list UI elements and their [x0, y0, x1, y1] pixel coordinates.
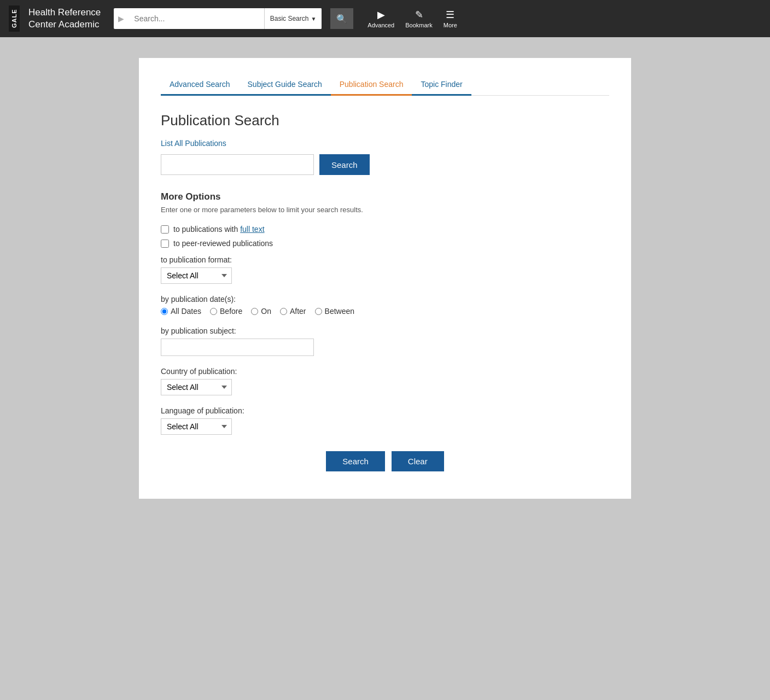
- pub-subject-label: by publication subject:: [161, 326, 609, 335]
- search-icon: 🔍: [336, 14, 347, 24]
- page-title: Publication Search: [161, 112, 609, 129]
- advanced-action[interactable]: ▶ Advanced: [368, 9, 394, 28]
- peer-reviewed-checkbox-row: to peer-reviewed publications: [161, 239, 609, 248]
- radio-between[interactable]: Between: [315, 307, 354, 316]
- radio-after[interactable]: After: [280, 307, 306, 316]
- hamburger-icon: ☰: [446, 9, 454, 21]
- radio-all-dates[interactable]: All Dates: [161, 307, 201, 316]
- publication-search-button[interactable]: Search: [319, 154, 370, 175]
- list-all-publications-link[interactable]: List All Publications: [161, 139, 609, 148]
- bottom-clear-button[interactable]: Clear: [392, 451, 444, 471]
- bottom-search-button[interactable]: Search: [326, 451, 385, 471]
- more-options-section: More Options Enter one or more parameter…: [161, 191, 609, 471]
- more-options-desc: Enter one or more parameters below to li…: [161, 206, 609, 214]
- language-select[interactable]: Select All: [161, 418, 232, 435]
- basic-search-dropdown[interactable]: Basic Search ▼: [265, 8, 322, 29]
- main-content: Advanced Search Subject Guide Search Pub…: [139, 58, 631, 499]
- full-text-label: to publications with full text: [173, 225, 265, 234]
- language-group: Language of publication: Select All: [161, 406, 609, 435]
- more-action[interactable]: ☰ More: [444, 9, 457, 28]
- global-search-button[interactable]: 🔍: [330, 8, 353, 29]
- global-search-bar: ▶ Basic Search ▼: [114, 8, 322, 29]
- header-actions: ▶ Advanced ✎ Bookmark ☰ More: [368, 9, 457, 28]
- tab-subject-guide-search[interactable]: Subject Guide Search: [239, 74, 331, 96]
- publication-format-group: to publication format: Select All: [161, 255, 609, 284]
- tab-publication-search[interactable]: Publication Search: [331, 74, 412, 96]
- publication-subject-group: by publication subject:: [161, 326, 609, 356]
- country-select[interactable]: Select All: [161, 379, 232, 395]
- publication-subject-input[interactable]: [161, 339, 314, 356]
- pub-date-label: by publication date(s):: [161, 295, 609, 304]
- pub-format-label: to publication format:: [161, 255, 609, 264]
- country-group: Country of publication: Select All: [161, 367, 609, 395]
- bottom-buttons: Search Clear: [161, 451, 609, 471]
- bookmark-icon: ✎: [415, 9, 423, 21]
- full-text-link[interactable]: full text: [240, 225, 264, 234]
- publication-search-input[interactable]: [161, 154, 314, 175]
- pub-format-select[interactable]: Select All: [161, 267, 232, 284]
- chevron-down-icon: ▼: [311, 16, 316, 22]
- date-radio-row: All Dates Before On After: [161, 307, 609, 316]
- tab-bar: Advanced Search Subject Guide Search Pub…: [161, 74, 609, 96]
- bookmark-action[interactable]: ✎ Bookmark: [405, 9, 433, 28]
- publication-search-row: Search: [161, 154, 609, 175]
- search-arrow: ▶: [114, 14, 129, 23]
- radio-on[interactable]: On: [251, 307, 271, 316]
- advanced-icon: ▶: [377, 9, 385, 21]
- country-label: Country of publication:: [161, 367, 609, 376]
- peer-reviewed-label: to peer-reviewed publications: [173, 239, 273, 248]
- language-label: Language of publication:: [161, 406, 609, 415]
- full-text-checkbox[interactable]: [161, 225, 169, 234]
- tab-advanced-search[interactable]: Advanced Search: [161, 74, 239, 96]
- peer-reviewed-checkbox[interactable]: [161, 240, 169, 248]
- full-text-checkbox-row: to publications with full text: [161, 225, 609, 234]
- publication-date-group: by publication date(s): All Dates Before…: [161, 295, 609, 316]
- gale-logo: GALE: [9, 5, 20, 32]
- more-options-title: More Options: [161, 191, 609, 202]
- site-title: Health Reference Center Academic: [28, 7, 101, 31]
- global-search-input[interactable]: [129, 8, 264, 29]
- header: GALE Health Reference Center Academic ▶ …: [0, 0, 770, 37]
- tab-topic-finder[interactable]: Topic Finder: [412, 74, 471, 96]
- radio-before[interactable]: Before: [210, 307, 242, 316]
